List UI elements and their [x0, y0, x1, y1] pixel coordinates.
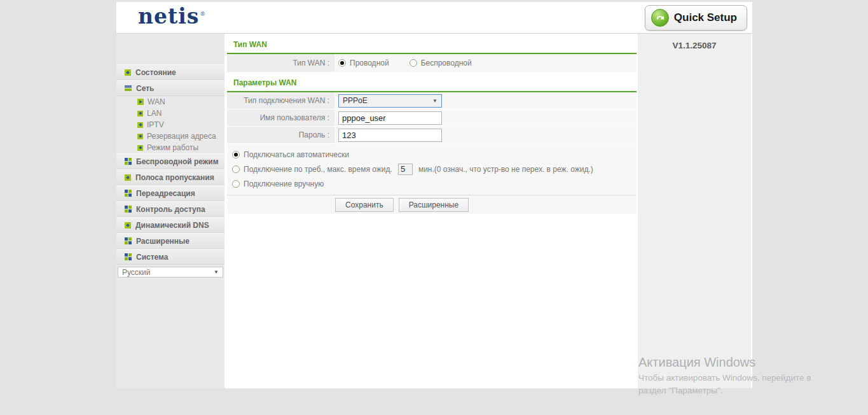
wan-type-option-wireless: Беспроводной: [410, 59, 472, 67]
dynamic-dns-icon: [125, 222, 131, 229]
sidebar-item-label: Расширенные: [136, 237, 189, 246]
iptv-icon: [137, 122, 143, 128]
password-row: Пароль :: [227, 127, 637, 143]
username-row: Имя пользователя :: [227, 109, 637, 126]
netis-logo: netis®: [138, 4, 206, 29]
operation-mode-icon: [137, 145, 143, 151]
sidebar-item-advanced[interactable]: Расширенные: [116, 233, 224, 249]
connect-auto-option: Подключаться автоматически: [232, 147, 637, 162]
sidebar-item-label: Контроль доступа: [136, 205, 205, 214]
wan-type-option-wired: Проводной: [338, 59, 389, 67]
connection-type-cell: PPPoE ▼: [334, 92, 637, 109]
sidebar-item-forwarding[interactable]: Переадресация: [116, 185, 224, 201]
app-header: netis® Quick Setup: [116, 2, 752, 34]
password-label: Пароль :: [227, 127, 334, 143]
connect-manual-option: Подключение вручную: [232, 176, 637, 191]
password-input[interactable]: [338, 129, 442, 142]
connect-on-demand-suffix: мин.(0 означ., что устр-во не перех. в р…: [418, 165, 593, 174]
wan-type-options: Проводной Беспроводной: [334, 54, 637, 72]
idle-minutes-input[interactable]: [398, 164, 413, 175]
connect-on-demand-radio[interactable]: [232, 165, 240, 173]
sidebar-subitem-label: Резервация адреса: [147, 132, 216, 141]
main-row: Состояние Сеть WAN LAN: [116, 34, 752, 388]
sidebar-item-network[interactable]: Сеть: [116, 80, 224, 96]
form-buttons-row: Сохранить Расширенные: [227, 195, 637, 214]
sidebar-subitem-wan[interactable]: WAN: [116, 96, 224, 108]
connection-type-label: Тип подключения WAN :: [227, 92, 334, 109]
sidebar-subitem-iptv[interactable]: IPTV: [116, 119, 224, 130]
username-label: Имя пользователя :: [227, 109, 334, 126]
wireless-radio[interactable]: [410, 59, 417, 67]
connect-manual-label: Подключение вручную: [244, 179, 324, 188]
page: netis® Quick Setup Состояние Сеть: [0, 0, 868, 415]
wan-type-section-title: Тип WAN: [227, 34, 637, 54]
quick-setup-icon: [651, 9, 669, 27]
wired-radio-label: Проводной: [350, 59, 389, 67]
language-select[interactable]: Русский ▼: [118, 267, 223, 278]
username-input[interactable]: [338, 111, 442, 125]
password-cell: [334, 127, 637, 143]
wireless-radio-label: Беспроводной: [421, 59, 472, 67]
connect-auto-radio[interactable]: [232, 151, 240, 158]
sidebar-item-label: Сеть: [136, 84, 154, 93]
sidebar-subitem-label: Режим работы: [147, 143, 198, 152]
sidebar-subitem-label: WAN: [148, 97, 165, 106]
wireless-icon: [125, 158, 132, 165]
quick-setup-label: Quick Setup: [674, 11, 737, 24]
connection-type-row: Тип подключения WAN : PPPoE ▼: [227, 92, 637, 109]
save-button[interactable]: Сохранить: [335, 198, 394, 212]
connect-on-demand-option: Подключение по треб., макс. время ожид. …: [232, 162, 637, 176]
network-icon: [125, 85, 132, 92]
router-admin-app: netis® Quick Setup Состояние Сеть: [116, 2, 752, 389]
advanced-icon: [125, 237, 132, 244]
address-reservation-icon: [137, 134, 143, 139]
quick-setup-button[interactable]: Quick Setup: [645, 5, 747, 31]
logo-text: netis: [138, 4, 199, 29]
sidebar: Состояние Сеть WAN LAN: [116, 34, 224, 388]
wan-type-label: Тип WAN :: [227, 54, 334, 72]
wan-type-row: Тип WAN : Проводной Беспроводной: [227, 54, 637, 72]
system-icon: [125, 253, 132, 260]
forwarding-icon: [125, 190, 132, 197]
network-submenu: WAN LAN IPTV Резервация адреса: [116, 96, 224, 153]
chevron-down-icon: ▼: [432, 98, 437, 104]
connection-type-value: PPPoE: [343, 96, 368, 105]
content-panel: Тип WAN Тип WAN : Проводной Беспроводной: [227, 34, 637, 388]
access-control-icon: [125, 206, 132, 213]
wired-radio[interactable]: [338, 59, 346, 67]
firmware-version: V1.1.25087: [638, 41, 751, 50]
connection-type-select[interactable]: PPPoE ▼: [338, 94, 442, 108]
wan-params-section-title: Параметры WAN: [227, 73, 637, 92]
registered-mark: ®: [200, 11, 206, 17]
sidebar-item-status[interactable]: Состояние: [116, 64, 224, 80]
lan-icon: [137, 111, 143, 116]
bandwidth-icon: [125, 174, 131, 181]
connect-mode-block: Подключаться автоматически Подключение п…: [227, 144, 637, 195]
sidebar-subitem-label: LAN: [147, 109, 162, 118]
advanced-button[interactable]: Расширенные: [399, 198, 469, 212]
chevron-down-icon: ▼: [214, 269, 219, 275]
sidebar-subitem-label: IPTV: [147, 120, 164, 129]
wan-active-icon: [137, 99, 144, 105]
sidebar-item-label: Динамический DNS: [135, 221, 209, 230]
sidebar-subitem-address-reservation[interactable]: Резервация адреса: [116, 130, 224, 142]
sidebar-item-label: Переадресация: [136, 189, 195, 198]
sidebar-item-system[interactable]: Система: [116, 249, 224, 265]
sidebar-item-label: Беспроводной режим: [136, 157, 219, 166]
right-panel: V1.1.25087: [638, 34, 751, 388]
sidebar-item-label: Состояние: [135, 68, 176, 77]
sidebar-item-wireless[interactable]: Беспроводной режим: [116, 153, 224, 169]
connect-auto-label: Подключаться автоматически: [244, 150, 349, 159]
sidebar-subitem-lan[interactable]: LAN: [116, 108, 224, 119]
sidebar-item-label: Полоса пропускания: [135, 173, 214, 182]
sidebar-item-label: Система: [136, 253, 169, 262]
sidebar-subitem-operation-mode[interactable]: Режим работы: [116, 142, 224, 153]
language-select-value: Русский: [122, 268, 151, 277]
sidebar-item-bandwidth[interactable]: Полоса пропускания: [116, 169, 224, 185]
connect-manual-radio[interactable]: [232, 180, 240, 188]
username-cell: [334, 109, 637, 126]
sidebar-item-access-control[interactable]: Контроль доступа: [116, 201, 224, 217]
connect-on-demand-prefix: Подключение по треб., макс. время ожид.: [244, 165, 392, 174]
status-icon: [125, 69, 131, 76]
sidebar-item-dynamic-dns[interactable]: Динамический DNS: [116, 217, 224, 233]
